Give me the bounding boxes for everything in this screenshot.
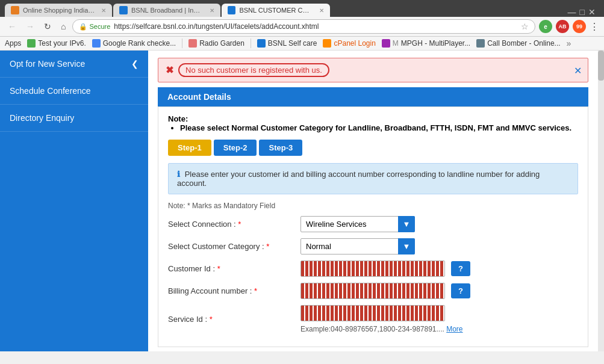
bm-ipv6-icon (27, 39, 36, 48)
sidebar-item-conference[interactable]: Schedule Conference (0, 78, 148, 105)
extensions-icon: e (539, 20, 552, 33)
close-btn[interactable]: ✕ (588, 7, 596, 17)
tab1-close[interactable]: ✕ (101, 7, 106, 14)
note-header: Note: (168, 114, 188, 123)
scrollbar-thumb[interactable] (598, 51, 604, 81)
back-button[interactable]: ← (5, 20, 19, 32)
navigation-bar: ← → ↻ ⌂ 🔒 Secure https://selfcare.bsnl.c… (0, 17, 604, 37)
error-banner: ✖ No such customer is registered with us… (158, 58, 588, 82)
bm-ipv6-label: Test your IPv6. (38, 39, 86, 48)
main-layout: Opt for New Service ❮ Schedule Conferenc… (0, 51, 604, 351)
step1-button[interactable]: Step-1 (168, 140, 211, 156)
error-close-button[interactable]: ✕ (574, 64, 582, 76)
bm-google-rank[interactable]: Google Rank checke... (92, 39, 176, 48)
sidebar-conference-label: Schedule Conference (10, 86, 91, 96)
billing-help-button[interactable]: ? (451, 283, 470, 298)
billing-label: Billing Account number : * (168, 286, 300, 295)
note-item: Please select Normal Customer Category f… (180, 123, 578, 132)
bm-google-label: Google Rank checke... (103, 39, 176, 48)
bm-ipv6[interactable]: Test your IPv6. (27, 39, 86, 48)
info-icon: ℹ (177, 170, 180, 179)
connection-req: * (238, 220, 241, 229)
billing-req: * (254, 286, 257, 295)
menu-icon[interactable]: ⋮ (590, 21, 599, 32)
info-text: Please enter your customer id and billin… (177, 170, 540, 188)
scrollbar[interactable] (598, 51, 604, 351)
bookmark-star[interactable]: ☆ (521, 22, 529, 31)
chevron-right-icon: ❮ (131, 59, 139, 69)
tab-bsnl-broadband[interactable]: BSNL Broadband | India T... ✕ (113, 4, 220, 17)
category-row: Select Customer Category : * Normal ▼ (168, 238, 578, 254)
more-link[interactable]: More (446, 325, 462, 333)
tab-bsnl-customer-care[interactable]: BSNL CUSTOMER CARE ✕ (222, 4, 330, 17)
category-label: Select Customer Category : * (168, 242, 300, 251)
section-body: Note: Please select Normal Customer Cate… (158, 106, 588, 347)
bm-cpanel[interactable]: cPanel Login (323, 39, 375, 48)
sidebar: Opt for New Service ❮ Schedule Conferenc… (0, 51, 148, 351)
connection-select[interactable]: Wireline Services (300, 216, 415, 232)
tab3-favicon (228, 6, 235, 14)
more-bookmarks-btn[interactable]: » (567, 39, 571, 48)
service-id-control: Example:040-89876567,1800-234-987891....… (300, 305, 463, 333)
bm-radio-garden[interactable]: Radio Garden (188, 39, 244, 48)
connection-row: Select Connection : * Wireline Services … (168, 216, 578, 232)
billing-row: Billing Account number : * ? (168, 283, 578, 299)
account-details-header: Account Details (158, 87, 588, 106)
customer-id-row: Customer Id : * ? (168, 261, 578, 277)
connection-label: Select Connection : * (168, 220, 300, 229)
category-select[interactable]: Normal (300, 238, 415, 254)
bm-mpgh-m: M (393, 39, 399, 48)
forward-button[interactable]: → (23, 20, 37, 32)
step2-button[interactable]: Step-2 (214, 140, 257, 156)
sidebar-item-new-service[interactable]: Opt for New Service ❮ (0, 51, 148, 78)
content-area: ✖ No such customer is registered with us… (148, 51, 598, 351)
bm-call-bomber[interactable]: Call Bomber - Online... (476, 39, 560, 48)
customer-id-input[interactable] (300, 261, 445, 277)
bm-cpanel-icon (323, 39, 331, 48)
section-title: Account Details (167, 92, 231, 102)
bm-radio-label: Radio Garden (199, 39, 244, 48)
bm-bsnl-icon (257, 39, 266, 48)
steps-row: Step-1 Step-2 Step-3 (168, 140, 578, 156)
category-req: * (266, 242, 269, 251)
service-id-label: Service Id : * (168, 315, 300, 324)
billing-control: ? (300, 283, 470, 299)
bm-divider2 (251, 39, 251, 48)
sidebar-new-service-label: Opt for New Service (10, 59, 85, 69)
tab2-title: BSNL Broadband | India T... (131, 7, 204, 14)
bookmarks-bar: Apps Test your IPv6. Google Rank checke.… (0, 37, 604, 51)
bm-bsnl-self[interactable]: BSNL Self care (257, 39, 317, 48)
maximize-btn[interactable]: □ (580, 7, 585, 17)
tab1-title: Online Shopping India |... (23, 7, 95, 14)
tab-online-shopping[interactable]: Online Shopping India |... ✕ (5, 4, 112, 17)
note-block: Note: Please select Normal Customer Cate… (168, 114, 578, 132)
bm-caller-label: Call Bomber - Online... (487, 39, 560, 48)
tab3-close[interactable]: ✕ (319, 7, 324, 14)
bm-mpgh[interactable]: M MPGH - MultiPlayer... (382, 39, 470, 48)
note-list: Please select Normal Customer Category f… (180, 123, 578, 132)
service-id-input[interactable] (300, 305, 445, 321)
step3-button[interactable]: Step-3 (259, 140, 302, 156)
bm-bsnl-label: BSNL Self care (268, 39, 317, 48)
bm-mpgh-label: MPGH - MultiPlayer... (401, 39, 470, 48)
connection-control: Wireline Services ▼ (300, 216, 415, 232)
service-id-row: Service Id : * Example:040-89876567,1800… (168, 305, 578, 333)
sidebar-item-directory[interactable]: Directory Enquiry (0, 105, 148, 132)
adblock-icon: AB (556, 20, 569, 33)
billing-input[interactable] (300, 283, 445, 299)
minimize-btn[interactable]: — (568, 7, 576, 17)
bm-radio-icon (188, 39, 197, 48)
error-message: No such customer is registered with us. (178, 63, 329, 77)
address-bar[interactable]: 🔒 Secure https://selfcare.bsnl.co.in/tun… (72, 19, 535, 34)
bm-mpgh-icon (382, 39, 390, 48)
category-select-wrapper: Normal ▼ (300, 238, 415, 254)
customer-id-label: Customer Id : * (168, 264, 300, 273)
tab2-close[interactable]: ✕ (210, 7, 214, 14)
home-button[interactable]: ⌂ (58, 20, 69, 32)
reload-button[interactable]: ↻ (41, 20, 54, 32)
bm-apps[interactable]: Apps (5, 39, 21, 48)
url-text[interactable]: https://selfcare.bsnl.co.in/tungsten/UI/… (114, 22, 517, 31)
info-box: ℹ Please enter your customer id and bill… (168, 163, 578, 194)
customer-id-help-button[interactable]: ? (451, 261, 470, 276)
tab1-favicon (11, 6, 19, 14)
